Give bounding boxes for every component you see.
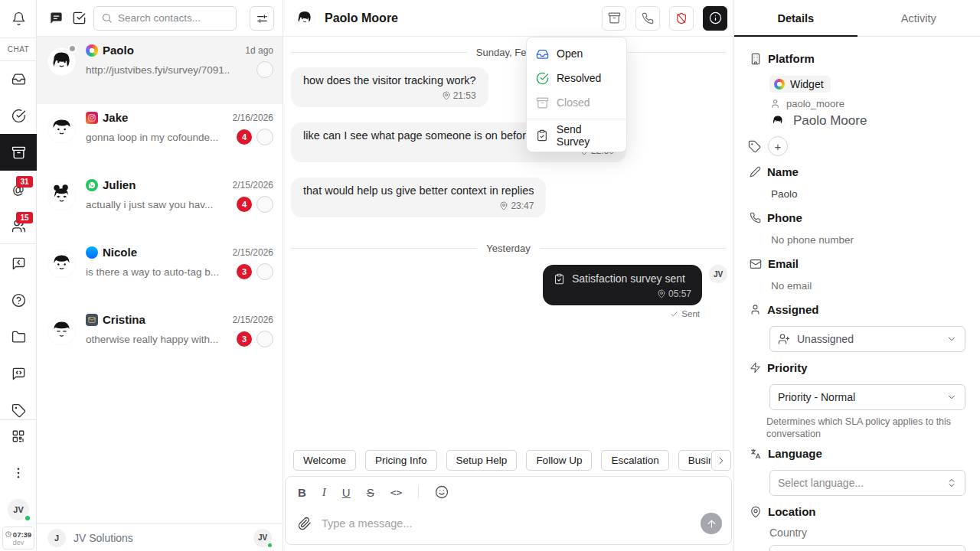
platform-section-label: Platform	[750, 52, 815, 65]
emoji-button[interactable]	[435, 485, 449, 499]
contact-name: Paolo	[103, 44, 134, 57]
message-preview: actually i just saw you hav...	[86, 199, 230, 210]
user-plus-icon	[778, 333, 790, 345]
rail-replies-button[interactable]	[0, 245, 37, 282]
rail-conversations-button[interactable]	[0, 60, 37, 97]
rail-resolved-button[interactable]	[0, 97, 37, 134]
search-contacts-box[interactable]	[93, 6, 237, 31]
rail-user-avatar[interactable]: JV	[8, 499, 29, 520]
check-square-icon	[72, 11, 87, 25]
list-toolbar	[37, 0, 283, 37]
priority-select[interactable]: Priority - Normal	[769, 384, 965, 410]
rail-folder-button[interactable]	[0, 318, 37, 355]
workspace-footer: J JV Solutions JV	[37, 523, 283, 551]
platform-channel-chip: Widget	[769, 76, 831, 93]
chat-panel: Paolo Moore Sunday, Febru how does the v…	[283, 0, 733, 551]
folder-icon	[11, 330, 26, 344]
message-preview: http://justvibes.fyi/survey/7091...	[86, 64, 230, 76]
messenger-channel-icon	[86, 246, 98, 259]
tab-details[interactable]: Details	[734, 0, 858, 36]
canned-chip-welcome[interactable]: Welcome	[293, 450, 356, 471]
canned-chip-setup[interactable]: Setup Help	[446, 450, 518, 471]
canned-chip-followup[interactable]: Follow Up	[526, 450, 592, 471]
canned-chip-escalation[interactable]: Escalation	[601, 450, 668, 471]
message-preview: otherwise really happy with...	[86, 334, 230, 345]
conversation-row-julien[interactable]: Julien 2/15/2026 actually i just saw you…	[37, 171, 283, 239]
add-tag-button[interactable]: +	[768, 136, 788, 156]
assignee-select[interactable]: Unassigned	[769, 326, 965, 352]
sliders-icon	[256, 12, 269, 25]
conversation-row-nicole[interactable]: Nicole 2/15/2026 is there a way to auto-…	[37, 239, 283, 306]
canned-scroll-next-button[interactable]	[711, 450, 731, 471]
conversation-row-cristina[interactable]: Cristina 2/15/2026 otherwise really happ…	[37, 306, 283, 373]
call-button[interactable]	[635, 6, 660, 31]
filter-button[interactable]	[250, 6, 274, 31]
select-radio[interactable]	[256, 331, 273, 347]
archive-icon	[11, 145, 26, 160]
strikethrough-button[interactable]: S	[367, 486, 374, 499]
widget-channel-icon	[86, 44, 98, 57]
code-chat-icon	[11, 367, 26, 381]
tab-activity[interactable]: Activity	[858, 0, 980, 36]
select-conversations-button[interactable]	[67, 7, 90, 30]
code-button[interactable]: <>	[390, 487, 403, 498]
archive-icon	[608, 11, 621, 24]
presence-dot-gray	[68, 44, 77, 53]
avatar	[47, 317, 76, 345]
phone-icon	[750, 212, 761, 223]
sent-status: Sent	[670, 309, 700, 318]
footer-user-avatar[interactable]: JV	[253, 529, 272, 547]
info-button[interactable]	[703, 6, 727, 31]
language-select[interactable]: Select language...	[769, 470, 965, 496]
presence-dot-green	[266, 542, 273, 549]
menu-item-closed: Closed	[527, 90, 626, 115]
block-button[interactable]	[669, 6, 694, 31]
notifications-button[interactable]	[0, 0, 37, 37]
menu-item-send-survey[interactable]: Send Survey	[527, 123, 626, 148]
resolve-status-button[interactable]	[602, 6, 626, 31]
country-input[interactable]	[769, 545, 965, 551]
message-input[interactable]	[322, 517, 691, 530]
reply-chat-icon	[11, 256, 26, 271]
map-pin-icon	[442, 91, 451, 100]
rail-code-chat-button[interactable]	[0, 355, 37, 392]
format-toolbar: B I U S <>	[298, 485, 449, 499]
underline-button[interactable]: U	[342, 486, 351, 499]
attachment-button[interactable]	[298, 517, 312, 530]
canned-responses: Welcome Pricing Info Setup Help Follow U…	[293, 450, 710, 471]
canned-chip-pricing[interactable]: Pricing Info	[365, 450, 437, 471]
pencil-icon	[750, 166, 761, 178]
select-radio[interactable]	[256, 61, 273, 78]
language-section-label: Language	[750, 447, 822, 460]
select-radio[interactable]	[256, 129, 273, 145]
rail-section-label: CHAT	[0, 45, 37, 54]
search-icon	[101, 12, 113, 24]
menu-item-open[interactable]: Open	[527, 41, 626, 66]
italic-button[interactable]: I	[322, 486, 326, 499]
instagram-channel-icon	[86, 112, 98, 124]
select-radio[interactable]	[256, 196, 273, 213]
rail-more-button[interactable]	[0, 455, 37, 491]
menu-item-resolved[interactable]: Resolved	[527, 66, 626, 90]
tags-row: +	[748, 136, 788, 156]
search-input[interactable]	[118, 12, 210, 24]
priority-hint: Determines which SLA policy applies to t…	[766, 416, 962, 441]
conversation-time: 2/15/2026	[233, 315, 273, 325]
status-dropdown-menu: Open Resolved Closed Send Survey	[526, 37, 627, 152]
send-button[interactable]	[701, 513, 722, 534]
select-radio[interactable]	[256, 263, 273, 280]
chevrons-up-down-icon	[946, 478, 957, 488]
rail-qr-button[interactable]	[0, 419, 37, 453]
conversation-row-paolo[interactable]: Paolo 1d ago http://justvibes.fyi/survey…	[37, 37, 283, 104]
conversation-row-jake[interactable]: Jake 2/16/2026 gonna loop in my cofounde…	[37, 104, 283, 171]
bold-button[interactable]: B	[298, 486, 306, 499]
chevron-down-icon	[946, 392, 957, 403]
new-conversation-button[interactable]	[44, 7, 67, 30]
mini-avatar	[770, 113, 786, 129]
rail-archive-button[interactable]	[0, 134, 37, 171]
canned-chip-business[interactable]: Busines	[678, 450, 710, 471]
message-preview: gonna loop in my cofounde...	[86, 132, 230, 143]
phone-value: No phone number	[771, 234, 854, 246]
incoming-message: how does the visitor tracking work? 21:5…	[291, 67, 488, 107]
rail-help-button[interactable]	[0, 282, 37, 318]
